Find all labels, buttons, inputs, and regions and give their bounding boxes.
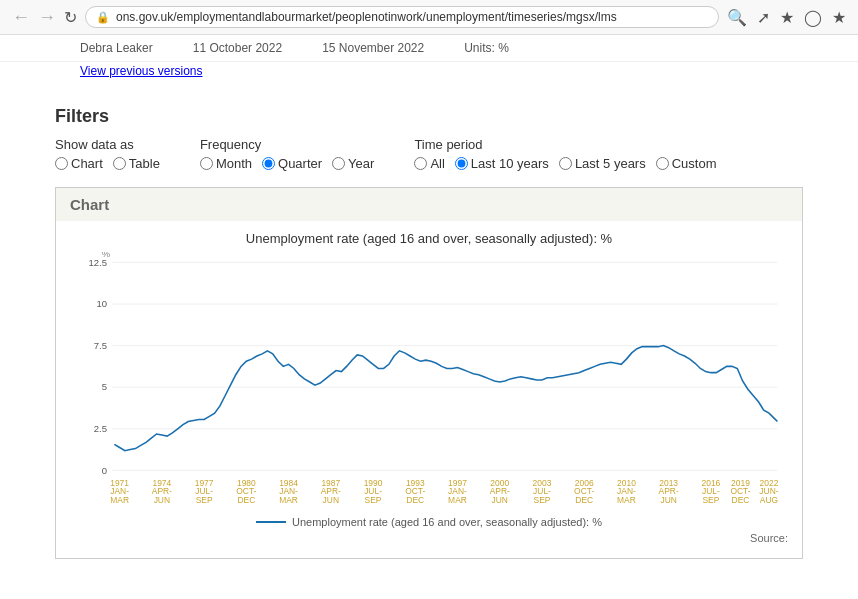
svg-text:AUG: AUG xyxy=(760,495,778,505)
units-label: Units: % xyxy=(464,41,509,55)
search-icon[interactable]: 🔍 xyxy=(727,8,747,27)
frequency-label: Frequency xyxy=(200,137,375,152)
svg-text:DEC: DEC xyxy=(406,495,424,505)
extension-icon[interactable]: ★ xyxy=(832,8,846,27)
custom-radio-label[interactable]: Custom xyxy=(656,156,717,171)
svg-text:10: 10 xyxy=(96,298,107,309)
chart-title: Chart xyxy=(56,188,802,221)
svg-text:7.5: 7.5 xyxy=(94,340,107,351)
svg-text:JUN: JUN xyxy=(492,495,508,505)
svg-text:MAR: MAR xyxy=(279,495,298,505)
show-data-as-label: Show data as xyxy=(55,137,160,152)
last10-radio-label[interactable]: Last 10 years xyxy=(455,156,549,171)
month-radio-label[interactable]: Month xyxy=(200,156,252,171)
filters-row: Show data as Chart Table Frequency Month xyxy=(55,137,803,171)
quarter-radio-label[interactable]: Quarter xyxy=(262,156,322,171)
time-period-group: Time period All Last 10 years Last 5 yea… xyxy=(414,137,716,171)
svg-text:SEP: SEP xyxy=(534,495,551,505)
main-content: Filters Show data as Chart Table Frequen… xyxy=(39,86,819,599)
lock-icon: 🔒 xyxy=(96,11,110,24)
svg-text:0: 0 xyxy=(102,465,107,476)
view-previous-link[interactable]: View previous versions xyxy=(80,64,203,78)
chart-area: 12.5 10 7.5 5 2.5 0 % 1971 JAN- MAR 1974… xyxy=(70,252,788,512)
month-radio[interactable] xyxy=(200,157,213,170)
all-radio[interactable] xyxy=(414,157,427,170)
svg-text:DEC: DEC xyxy=(732,495,750,505)
frequency-options: Month Quarter Year xyxy=(200,156,375,171)
svg-text:5: 5 xyxy=(102,381,107,392)
svg-text:MAR: MAR xyxy=(110,495,129,505)
last5-radio-label[interactable]: Last 5 years xyxy=(559,156,646,171)
last10-radio[interactable] xyxy=(455,157,468,170)
time-period-options: All Last 10 years Last 5 years Custom xyxy=(414,156,716,171)
show-data-as-group: Show data as Chart Table xyxy=(55,137,160,171)
svg-text:JUN: JUN xyxy=(323,495,339,505)
account-icon[interactable]: ◯ xyxy=(804,8,822,27)
chart-container: Chart Unemployment rate (aged 16 and ove… xyxy=(55,187,803,559)
chart-svg: 12.5 10 7.5 5 2.5 0 % 1971 JAN- MAR 1974… xyxy=(70,252,788,512)
reload-button[interactable]: ↻ xyxy=(64,8,77,27)
time-period-label: Time period xyxy=(414,137,716,152)
show-data-as-options: Chart Table xyxy=(55,156,160,171)
chart-radio[interactable] xyxy=(55,157,68,170)
next-release-label: 15 November 2022 xyxy=(322,41,424,55)
year-radio-label[interactable]: Year xyxy=(332,156,374,171)
back-button[interactable]: ← xyxy=(12,7,30,28)
chart-legend: Unemployment rate (aged 16 and over, sea… xyxy=(70,516,788,528)
filters-title: Filters xyxy=(55,106,803,127)
svg-text:DEC: DEC xyxy=(237,495,255,505)
filters-section: Filters Show data as Chart Table Frequen… xyxy=(55,106,803,171)
all-radio-label[interactable]: All xyxy=(414,156,444,171)
url-text: ons.gov.uk/employmentandlabourmarket/peo… xyxy=(116,10,617,24)
legend-label: Unemployment rate (aged 16 and over, sea… xyxy=(292,516,602,528)
browser-chrome: ← → ↻ 🔒 ons.gov.uk/employmentandlabourma… xyxy=(0,0,858,35)
chart-subtitle: Unemployment rate (aged 16 and over, sea… xyxy=(70,231,788,246)
page-header-strip: Debra Leaker 11 October 2022 15 November… xyxy=(0,35,858,62)
table-radio[interactable] xyxy=(113,157,126,170)
author-label: Debra Leaker xyxy=(80,41,153,55)
browser-icons: 🔍 ➚ ★ ◯ ★ xyxy=(727,8,846,27)
svg-text:MAR: MAR xyxy=(448,495,467,505)
frequency-group: Frequency Month Quarter Year xyxy=(200,137,375,171)
chart-source: Source: xyxy=(70,532,788,544)
bookmark-icon[interactable]: ★ xyxy=(780,8,794,27)
share-icon[interactable]: ➚ xyxy=(757,8,770,27)
chart-radio-label[interactable]: Chart xyxy=(55,156,103,171)
svg-text:JUN: JUN xyxy=(154,495,170,505)
forward-button[interactable]: → xyxy=(38,7,56,28)
legend-line xyxy=(256,521,286,523)
svg-text:SEP: SEP xyxy=(196,495,213,505)
quarter-radio[interactable] xyxy=(262,157,275,170)
svg-text:JUN: JUN xyxy=(660,495,676,505)
svg-text:MAR: MAR xyxy=(617,495,636,505)
table-radio-label[interactable]: Table xyxy=(113,156,160,171)
svg-text:%: % xyxy=(102,252,111,259)
url-bar[interactable]: 🔒 ons.gov.uk/employmentandlabourmarket/p… xyxy=(85,6,719,28)
last5-radio[interactable] xyxy=(559,157,572,170)
year-radio[interactable] xyxy=(332,157,345,170)
svg-text:SEP: SEP xyxy=(702,495,719,505)
custom-radio[interactable] xyxy=(656,157,669,170)
svg-text:DEC: DEC xyxy=(575,495,593,505)
published-label: 11 October 2022 xyxy=(193,41,282,55)
svg-text:2.5: 2.5 xyxy=(94,423,107,434)
svg-text:SEP: SEP xyxy=(365,495,382,505)
